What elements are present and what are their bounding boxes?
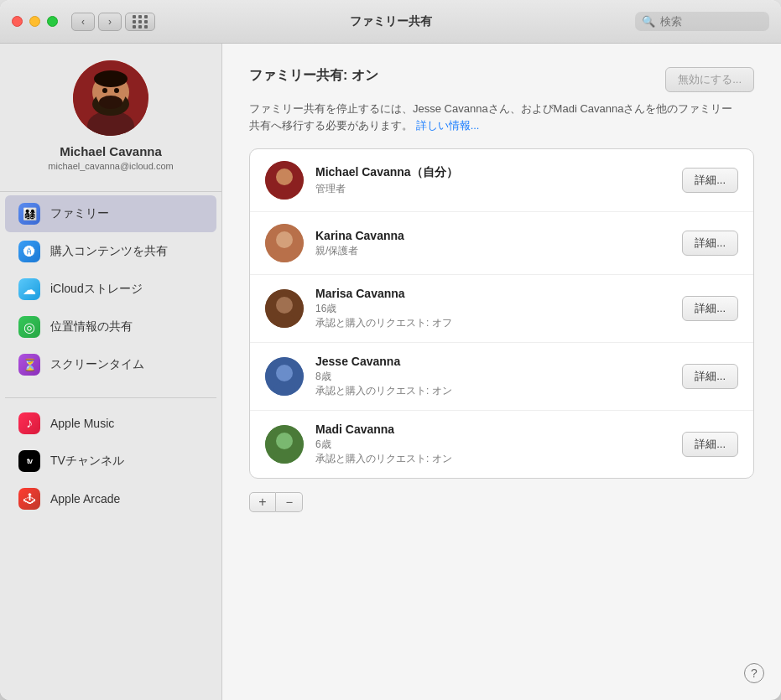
forward-button[interactable]: › [98,13,122,31]
remove-member-button[interactable]: － [276,492,303,512]
svg-point-6 [102,88,107,93]
tv-icon: tv [18,450,40,472]
nav-buttons: ‹ › [71,13,122,31]
member-role: 管理者 [315,182,670,196]
member-info: Marisa Cavanna 16歳承認と購入のリクエスト: オフ [315,287,670,330]
member-role: 8歳 [315,370,670,384]
app-window: ‹ › ファミリー共有 🔍 [0,0,781,700]
member-name: Karina Cavanna [315,229,670,242]
detail-button-2[interactable]: 詳細... [682,296,738,321]
member-name: Michael Cavanna（自分） [315,165,670,180]
user-name: Michael Cavanna [60,144,162,158]
svg-point-28 [278,433,291,449]
detail-button-4[interactable]: 詳細... [682,432,738,457]
sidebar-label-icloud: iCloudストレージ [50,282,143,297]
members-box: Michael Cavanna（自分） 管理者 詳細... Karina Cav… [249,148,754,479]
member-row: Marisa Cavanna 16歳承認と購入のリクエスト: オフ 詳細... [250,275,753,343]
disable-button[interactable]: 無効にする... [665,67,754,92]
member-name: Madi Cavanna [315,423,670,436]
member-info: Michael Cavanna（自分） 管理者 [315,165,670,196]
member-row: Michael Cavanna（自分） 管理者 詳細... [250,149,753,212]
member-role: 6歳 [315,438,670,452]
titlebar: ‹ › ファミリー共有 🔍 [0,0,781,44]
member-role: 16歳 [315,302,670,316]
sidebar-label-music: Apple Music [50,417,114,430]
minimize-button[interactable] [29,16,40,27]
search-input[interactable] [660,15,761,28]
sidebar-label-purchase: 購入コンテンツを共有 [50,244,168,259]
member-info: Madi Cavanna 6歳承認と購入のリクエスト: オン [315,423,670,466]
sidebar-item-icloud[interactable]: ☁ iCloudストレージ [5,271,216,308]
member-name: Jesse Cavanna [315,355,670,368]
search-icon: 🔍 [642,15,655,28]
sidebar-label-family: ファミリー [50,206,109,221]
member-role2: 承認と購入のリクエスト: オン [315,452,670,466]
svg-point-24 [278,366,291,381]
purchase-icon: 🅐 [18,241,40,262]
search-box[interactable]: 🔍 [635,12,769,31]
sidebar-item-arcade[interactable]: 🕹 Apple Arcade [5,480,216,517]
location-icon: ◎ [18,316,40,338]
maximize-button[interactable] [47,16,58,27]
sidebar-label-location: 位置情報の共有 [50,319,133,334]
member-name: Marisa Cavanna [315,287,670,300]
back-button[interactable]: ‹ [71,13,95,31]
sidebar-divider [0,191,221,192]
user-email: michael_cavanna@icloud.com [48,161,173,171]
family-status-title: ファミリー共有: オン [249,67,378,85]
sidebar-item-screentime[interactable]: ⏳ スクリーンタイム [5,346,216,383]
arcade-icon: 🕹 [18,488,40,510]
family-description: ファミリー共有を停止するには、Jesse Cavannaさん、およびMadi C… [249,101,736,133]
member-info: Jesse Cavanna 8歳承認と購入のリクエスト: オン [315,355,670,398]
member-role: 親/保護者 [315,244,670,258]
member-role2: 承認と購入のリクエスト: オン [315,384,670,398]
sidebar-item-tv[interactable]: tv TVチャンネル [5,443,216,480]
main-layout: Michael Cavanna michael_cavanna@icloud.c… [0,44,781,700]
help-button[interactable]: ? [744,663,764,683]
grid-icon [133,15,148,29]
close-button[interactable] [12,16,23,27]
sidebar-label-screentime: スクリーンタイム [50,357,144,372]
icloud-icon: ☁ [18,278,40,300]
member-row: Madi Cavanna 6歳承認と購入のリクエスト: オン 詳細... [250,411,753,478]
sidebar-item-purchase[interactable]: 🅐 購入コンテンツを共有 [5,233,216,270]
svg-point-5 [94,70,128,87]
more-info-link[interactable]: 詳しい情報... [416,119,480,132]
member-row: Jesse Cavanna 8歳承認と購入のリクエスト: オン 詳細... [250,343,753,411]
user-profile: Michael Cavanna michael_cavanna@icloud.c… [0,60,221,188]
member-row: Karina Cavanna 親/保護者 詳細... [250,212,753,275]
member-avatar [265,425,304,464]
add-member-button[interactable]: + [249,492,276,512]
sidebar-nav: 👨‍👩‍👧‍👦 ファミリー 🅐 購入コンテンツを共有 ☁ iCloudストレージ… [0,195,221,700]
svg-point-7 [114,88,119,93]
svg-point-20 [278,298,291,313]
detail-button-0[interactable]: 詳細... [682,168,738,193]
member-avatar [265,161,304,200]
traffic-lights [12,16,58,27]
member-avatar [265,289,304,328]
member-avatar [265,357,304,396]
screentime-icon: ⏳ [18,354,40,376]
avatar [73,60,148,136]
detail-button-3[interactable]: 詳細... [682,364,738,389]
family-icon: 👨‍👩‍👧‍👦 [18,203,40,225]
svg-point-12 [278,169,291,184]
content-header: ファミリー共有: オン 無効にする... [249,67,754,92]
detail-button-1[interactable]: 詳細... [682,231,738,256]
sidebar-label-arcade: Apple Arcade [50,492,120,506]
svg-point-16 [278,232,291,247]
grid-view-button[interactable] [125,13,155,31]
action-buttons: + － [249,492,754,512]
music-icon: ♪ [18,412,40,434]
member-role2: 承認と購入のリクエスト: オフ [315,316,670,330]
content-area: ファミリー共有: オン 無効にする... ファミリー共有を停止するには、Jess… [222,44,781,700]
sidebar-item-music[interactable]: ♪ Apple Music [5,405,216,442]
window-title: ファミリー共有 [350,14,432,29]
svg-point-8 [99,96,122,109]
sidebar-label-tv: TVチャンネル [50,454,124,469]
sidebar-item-location[interactable]: ◎ 位置情報の共有 [5,309,216,345]
member-avatar [265,224,304,262]
member-info: Karina Cavanna 親/保護者 [315,229,670,258]
sidebar-item-family[interactable]: 👨‍👩‍👧‍👦 ファミリー [5,195,216,232]
sidebar: Michael Cavanna michael_cavanna@icloud.c… [0,44,222,700]
